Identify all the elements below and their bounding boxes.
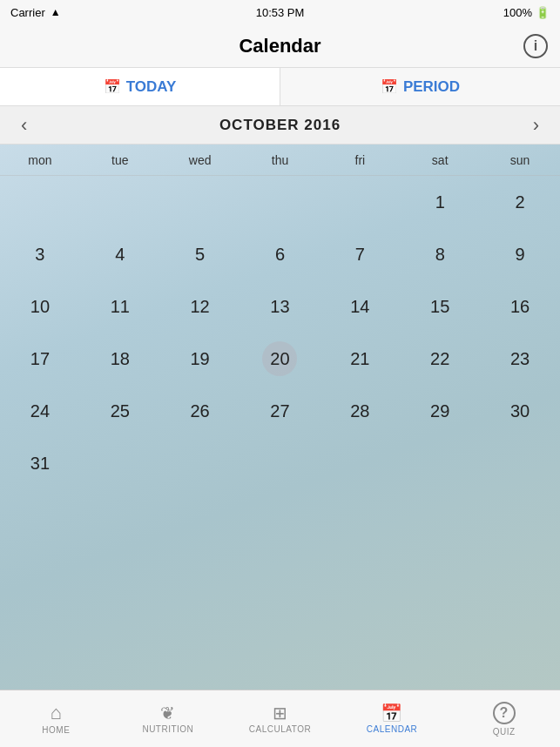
main-content: Calendar i 📅 TODAY 📅 PERIOD ‹ OCTOBER 20… <box>0 24 560 690</box>
app-header: Calendar i <box>0 24 560 68</box>
nutrition-icon: ❦ <box>160 704 176 722</box>
status-bar: Carrier ▲ 10:53 PM 100% 🔋 <box>0 0 560 24</box>
cal-day-31[interactable]: 31 <box>0 437 80 489</box>
period-icon: 📅 <box>381 78 398 95</box>
day-header-mon: mon <box>0 145 80 175</box>
prev-month-button[interactable]: ‹ <box>14 114 34 137</box>
quiz-icon: ? <box>493 702 516 724</box>
tab-period[interactable]: 📅 PERIOD <box>280 68 560 105</box>
cal-day-9[interactable]: 9 <box>480 228 560 280</box>
cal-day-30[interactable]: 30 <box>480 385 560 437</box>
cal-day-10[interactable]: 10 <box>0 280 80 333</box>
cal-day-28[interactable]: 28 <box>320 385 400 437</box>
cal-day-17[interactable]: 17 <box>0 333 80 385</box>
cal-day-23[interactable]: 23 <box>480 333 560 385</box>
cal-day-empty <box>480 437 560 489</box>
nav-calendar[interactable]: 📅 CALENDAR <box>336 690 449 747</box>
cal-day-6[interactable]: 6 <box>240 228 320 280</box>
nav-home-label: HOME <box>42 725 70 735</box>
nav-nutrition[interactable]: ❦ NUTRITION <box>112 690 225 747</box>
cal-day-empty <box>240 176 320 228</box>
info-button[interactable]: i <box>523 34 548 58</box>
battery-label: 100% <box>503 6 532 19</box>
cal-day-2[interactable]: 2 <box>480 176 560 228</box>
next-month-button[interactable]: › <box>526 114 546 137</box>
cal-day-empty <box>80 176 160 228</box>
calendar-grid: 1234567891011121314151617181920212223242… <box>0 176 560 489</box>
home-icon: ⌂ <box>50 703 62 723</box>
cal-day-empty <box>0 176 80 228</box>
cal-day-5[interactable]: 5 <box>160 228 240 280</box>
cal-day-empty <box>160 176 240 228</box>
calendar-nav: ‹ OCTOBER 2016 › <box>0 106 560 145</box>
day-header-thu: thu <box>240 145 320 175</box>
cal-day-empty <box>320 437 400 489</box>
cal-day-empty <box>160 437 240 489</box>
calendar-icon: 📅 <box>381 704 403 722</box>
cal-day-25[interactable]: 25 <box>80 385 160 437</box>
day-header-sun: sun <box>480 145 560 175</box>
cal-day-22[interactable]: 22 <box>400 333 480 385</box>
nav-calendar-label: CALENDAR <box>367 724 417 734</box>
nav-home[interactable]: ⌂ HOME <box>0 690 112 747</box>
cal-day-4[interactable]: 4 <box>80 228 160 280</box>
calculator-icon: ⊞ <box>273 704 288 722</box>
top-tabs: 📅 TODAY 📅 PERIOD <box>0 68 560 106</box>
bottom-nav: ⌂ HOME ❦ NUTRITION ⊞ CALCULATOR 📅 CALEND… <box>0 690 560 747</box>
cal-day-14[interactable]: 14 <box>320 280 400 333</box>
tab-today[interactable]: 📅 TODAY <box>0 68 280 105</box>
day-header-wed: wed <box>160 145 240 175</box>
day-header-tue: tue <box>80 145 160 175</box>
cal-day-empty <box>400 437 480 489</box>
cal-day-29[interactable]: 29 <box>400 385 480 437</box>
cal-day-21[interactable]: 21 <box>320 333 400 385</box>
cal-day-13[interactable]: 13 <box>240 280 320 333</box>
status-time: 10:53 PM <box>256 6 305 19</box>
nav-calculator-label: CALCULATOR <box>249 724 311 734</box>
cal-day-19[interactable]: 19 <box>160 333 240 385</box>
nav-quiz[interactable]: ? QUIZ <box>448 690 560 747</box>
day-header-sat: sat <box>400 145 480 175</box>
cal-day-27[interactable]: 27 <box>240 385 320 437</box>
nav-quiz-label: QUIZ <box>493 727 516 737</box>
cal-day-3[interactable]: 3 <box>0 228 80 280</box>
tab-today-label: TODAY <box>126 78 177 96</box>
month-year-label: OCTOBER 2016 <box>219 117 341 134</box>
cal-day-1[interactable]: 1 <box>400 176 480 228</box>
calendar-area: mon tue wed thu fri sat sun 123456789101… <box>0 145 560 690</box>
cal-day-15[interactable]: 15 <box>400 280 480 333</box>
day-headers: mon tue wed thu fri sat sun <box>0 145 560 176</box>
day-header-fri: fri <box>320 145 400 175</box>
cal-day-24[interactable]: 24 <box>0 385 80 437</box>
cal-day-16[interactable]: 16 <box>480 280 560 333</box>
cal-day-20[interactable]: 20 <box>240 333 320 385</box>
today-icon: 📅 <box>104 78 121 95</box>
cal-day-8[interactable]: 8 <box>400 228 480 280</box>
cal-day-empty <box>320 176 400 228</box>
tab-period-label: PERIOD <box>403 78 460 96</box>
cal-day-12[interactable]: 12 <box>160 280 240 333</box>
wifi-icon: ▲ <box>51 6 61 18</box>
status-right: 100% 🔋 <box>503 6 550 19</box>
page-title: Calendar <box>239 35 320 57</box>
cal-day-18[interactable]: 18 <box>80 333 160 385</box>
nav-nutrition-label: NUTRITION <box>142 724 193 734</box>
cal-day-26[interactable]: 26 <box>160 385 240 437</box>
cal-day-empty <box>240 437 320 489</box>
cal-day-11[interactable]: 11 <box>80 280 160 333</box>
nav-calculator[interactable]: ⊞ CALCULATOR <box>224 690 336 747</box>
carrier-label: Carrier <box>10 6 45 19</box>
status-left: Carrier ▲ <box>10 6 61 19</box>
cal-day-empty <box>80 437 160 489</box>
battery-icon: 🔋 <box>536 6 550 19</box>
cal-day-7[interactable]: 7 <box>320 228 400 280</box>
